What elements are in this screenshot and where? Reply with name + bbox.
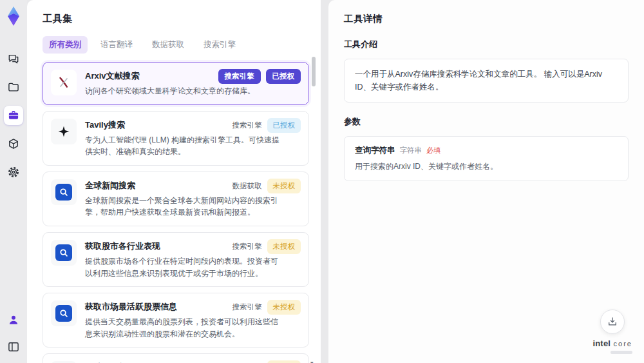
param-name: 查询字符串 [355,145,395,156]
tool-description: 提供股票市场各个行业在特定时间段内的表现。投资者可以利用这些信息来识别表现优于或… [85,255,279,279]
tab-all-categories[interactable]: 所有类别 [43,36,88,54]
category-tabs: 所有类别 语言翻译 数据获取 搜索引擎 [43,36,321,54]
category-label: 搜索引擎 [232,360,262,363]
tavily-star-icon [51,119,77,144]
auth-badge: 已授权 [266,69,301,84]
tool-intro-box: 一个用于从Arxiv存储库搜索科学论文和文章的工具。 输入可以是Arxiv ID… [344,59,629,103]
category-label: 搜索引擎 [232,118,262,133]
tool-card-stock-sectors[interactable]: 获取股市各行业表现 提供股票市场各个行业在特定时间段内的表现。投资者可以利用这些… [43,232,309,287]
corner-widgets: intel core [592,309,632,354]
tool-intro-text: 一个用于从Arxiv存储库搜索科学论文和文章的工具。 输入可以是Arxiv ID… [355,70,602,92]
tab-search-engine[interactable]: 搜索引擎 [197,36,242,54]
intel-sub-badge [611,351,632,354]
core-brand-text: core [614,340,632,348]
page-title: 工具集 [43,13,321,25]
intel-core-logo: intel core [592,338,632,354]
package-icon[interactable] [4,134,23,153]
download-button[interactable] [600,309,625,334]
scrollbar-down-arrow[interactable]: ▾ [310,360,314,363]
chat-icon[interactable] [4,49,23,68]
left-rail [0,0,27,363]
rail-nav [4,49,23,182]
tool-card-active-stocks[interactable]: 获取市场最活跃股票信息 提供当天交易量最高的股票列表，投资者可以利用这些信息来识… [43,293,309,348]
user-icon[interactable] [4,310,23,329]
auth-badge: 未授权 [267,300,301,315]
auth-badge: 未授权 [267,239,301,254]
tab-language-translation[interactable]: 语言翻译 [94,36,139,54]
category-label: 搜索引擎 [232,300,262,315]
sidebar-toggle-icon[interactable] [4,337,23,357]
tool-card-regional-news[interactable]: 万维地区新闻查询 查询具体行政区划内的新闻，快速了解各地新闻动 搜索引擎 未授权 [43,353,309,363]
auth-badge: 已授权 [267,118,301,133]
settings-icon[interactable] [4,162,23,182]
param-type: 字符串 [400,146,422,155]
briefcase-icon[interactable] [4,106,23,125]
param-description: 用于搜索的Arxiv ID、关键字或作者姓名。 [355,161,618,172]
parameter-box: 查询字符串 字符串 必填 用于搜索的Arxiv ID、关键字或作者姓名。 [344,136,629,181]
folder-icon[interactable] [4,77,23,97]
detail-title: 工具详情 [344,13,629,25]
tool-description: 访问各个研究领域大量科学论文和文章的存储库。 [85,85,255,97]
arxiv-logo-icon [51,70,77,95]
intro-heading: 工具介绍 [344,39,629,50]
list-scrollbar[interactable]: ▾ [312,55,316,357]
news-search-icon [51,179,77,205]
tool-detail-panel: 工具详情 工具介绍 一个用于从Arxiv存储库搜索科学论文和文章的工具。 输入可… [328,0,644,363]
app-logo-icon[interactable] [4,5,23,27]
category-badge: 搜索引擎 [218,69,261,84]
tool-list: Arxiv文献搜索 访问各个研究领域大量科学论文和文章的存储库。 搜索引擎 已授… [43,62,309,363]
auth-badge: 未授权 [267,360,301,363]
tab-data-fetch[interactable]: 数据获取 [146,36,191,54]
tool-description: 全球新闻搜索是一个聚合全球各大新闻网站内容的搜索引擎，帮助用户快速获取全球最新资… [85,195,279,219]
tool-card-global-news[interactable]: 全球新闻搜索 全球新闻搜索是一个聚合全球各大新闻网站内容的搜索引擎，帮助用户快速… [43,172,309,226]
auth-badge: 未授权 [267,179,301,193]
rail-bottom [4,310,23,357]
intel-brand-text: intel [592,338,611,348]
stock-search-icon [51,300,77,326]
scrollbar-thumb[interactable] [312,57,316,86]
tool-card-tavily[interactable]: Tavily搜索 专为人工智能代理 (LLM) 构建的搜索引擎工具。可快速提供实… [43,111,309,166]
category-label: 搜索引擎 [232,239,262,254]
param-required-flag: 必填 [426,146,440,155]
toolset-panel: 工具集 所有类别 语言翻译 数据获取 搜索引擎 Arxiv文献搜索 访问各个研究… [27,0,321,363]
stock-search-icon [51,240,77,266]
params-heading: 参数 [344,116,629,128]
tool-description: 提供当天交易量最高的股票列表，投资者可以利用这些信息来识别流动性强的股票和潜在的… [85,316,279,340]
tool-card-arxiv[interactable]: Arxiv文献搜索 访问各个研究领域大量科学论文和文章的存储库。 搜索引擎 已授… [43,62,309,105]
category-label: 数据获取 [232,179,262,193]
app-window: 工具集 所有类别 语言翻译 数据获取 搜索引擎 Arxiv文献搜索 访问各个研究… [0,0,644,363]
tool-description: 专为人工智能代理 (LLM) 构建的搜索引擎工具。可快速提供实时、准确和真实的结… [85,134,279,158]
